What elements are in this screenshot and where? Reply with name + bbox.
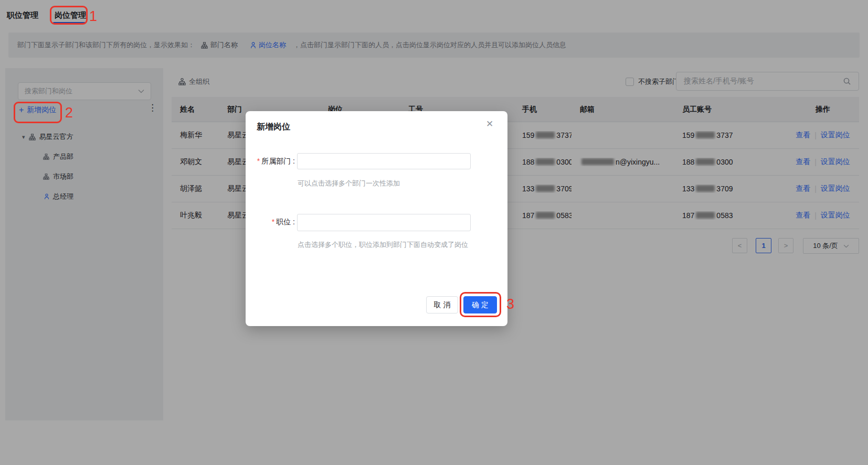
close-icon[interactable]: ✕ [486,118,493,129]
position-field-label: *职位 : [246,218,295,227]
dept-field-hint: 可以点击选择多个部门一次性添加 [298,179,400,188]
required-asterisk: * [272,218,274,226]
dialog-title: 新增岗位 [257,122,290,133]
dept-field-label: *所属部门 : [246,157,295,166]
position-field-input[interactable] [297,214,471,231]
annotation-box-step3 [460,292,501,317]
annotation-number-3: 3 [506,296,514,312]
annotation-box-step1 [50,6,88,25]
annotation-number-2: 2 [65,105,73,121]
cancel-button[interactable]: 取 消 [426,296,458,313]
annotation-box-step2 [14,102,62,123]
annotation-number-1: 1 [89,8,97,25]
position-field-hint: 点击选择多个职位，职位添加到部门下面自动变成了岗位 [298,240,468,250]
dept-field-input[interactable] [297,153,471,169]
required-asterisk: * [257,157,260,165]
